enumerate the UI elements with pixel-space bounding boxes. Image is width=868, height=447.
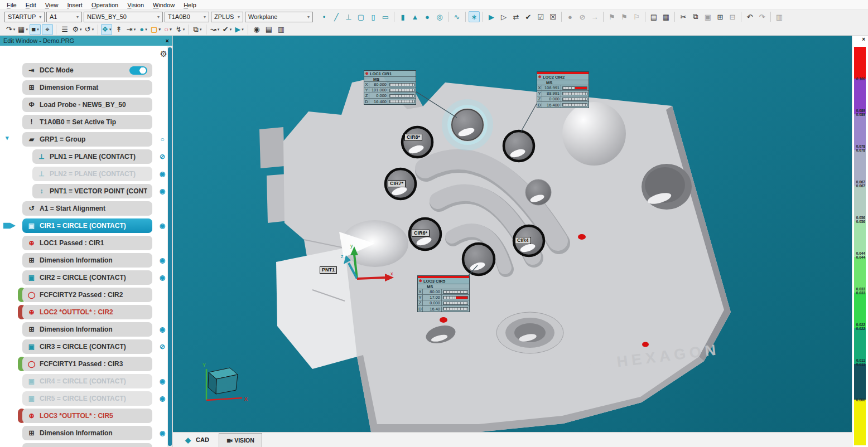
group-expander-icon[interactable] [6,134,9,142]
report-preview-icon[interactable]: ▤ [263,24,274,35]
feature-tag-cir7[interactable]: CIR7* [388,180,406,187]
pan-view-icon[interactable]: ⌖ [42,24,53,35]
probe-mode-icon[interactable]: ❖ [101,24,112,35]
optimize-path-icon[interactable]: ⚙ [71,24,83,35]
alignment-select[interactable]: A1 [46,12,82,22]
visibility-eye-icon[interactable] [158,429,167,437]
feature-tag-cir8[interactable]: CIR8* [404,134,422,141]
menu-file[interactable]: File [2,2,21,8]
square-slot-icon[interactable]: ▭ [380,11,391,22]
measured-circle-cir5[interactable] [463,244,494,275]
visibility-eye-icon[interactable] [158,170,167,178]
feature-tag-pnt1[interactable]: PNT1 [320,266,337,274]
cad-viewport[interactable]: HEXAGON [173,36,852,432]
command-item[interactable]: LOC2 *OUTTOL* : CIR2 [22,305,152,319]
measured-circle-cir8[interactable] [402,127,432,157]
stop-icon[interactable]: ● [565,11,576,22]
plane-mode-icon[interactable]: ▢ [150,24,161,35]
mark-done-icon[interactable]: ✔ [523,11,534,22]
visibility-eye-icon[interactable] [158,187,167,195]
solid-view-icon[interactable]: ■ [30,24,41,35]
command-item[interactable]: CIR1 = CIRCLE (CONTACT) [22,218,152,233]
command-item[interactable]: PLN1 = PLANE (CONTACT) [32,149,152,164]
command-item[interactable]: Load Probe - NEW5_BY_50 [22,98,152,112]
command-item[interactable]: CIR4 = CIRCLE (CONTACT) [22,374,152,388]
command-item[interactable]: PLN2 = PLANE (CONTACT) [32,167,152,181]
chart-window-icon[interactable]: ▥ [276,24,287,35]
visibility-eye-icon[interactable] [158,325,167,333]
measurement-path-icon[interactable]: ↝ [209,24,220,35]
sphere-mode-icon[interactable]: ● [138,24,149,35]
wireframe-view-icon[interactable]: ▦ [17,24,28,35]
menu-insert[interactable]: Insert [62,2,87,8]
close-icon[interactable]: × [862,36,865,42]
redo-icon[interactable]: ↷ [756,11,768,22]
point-icon[interactable]: • [319,11,330,22]
curve-icon[interactable]: ∿ [451,11,462,22]
circle-mode-icon[interactable]: ○ [162,24,173,35]
rotate-view-icon[interactable]: ↺ [84,24,95,35]
measurement-label-loc3[interactable]: ⊕LOC3 CIR5 MS X 80.00 Y 17.00 Z 0.000 [417,275,470,312]
workplane-select[interactable]: ZPLUS [211,12,243,22]
probe-select[interactable]: NEW5_BY_50 [84,12,163,22]
visibility-eye-icon[interactable] [158,256,167,264]
round-slot-icon[interactable]: ▯ [368,11,379,22]
continue-icon[interactable]: → [589,11,600,22]
command-item[interactable]: FCFCIRTY2 Passed : CIR2 [22,288,152,302]
verify-icon[interactable]: ✔ [221,24,233,35]
cut-icon[interactable]: ✂ [678,11,689,22]
measurement-label-loc2[interactable]: ⊕LOC2 CIR2 MS X 108.991 Y 88.991 Z 0.0 [537,71,589,108]
command-item[interactable]: LOC3 *OUTTOL* : CIR5 [22,409,152,423]
feature-tag-cir6[interactable]: CIR6* [412,230,430,237]
probe-cursor-icon[interactable]: ↷ [5,24,16,35]
menu-edit[interactable]: Edit [21,2,41,8]
move-to-icon[interactable]: ⇥ [126,24,137,35]
tab-cad[interactable]: ◆ CAD [180,433,215,447]
copy-window-icon[interactable]: ⧉ [192,24,203,35]
command-item[interactable]: DCC Mode [22,63,152,77]
command-item[interactable]: GRP1 = Group [22,132,152,147]
execute-from-icon[interactable]: ▷ [498,11,509,22]
measured-circle-cir2[interactable] [504,131,534,161]
command-item[interactable]: Dimension Information [22,322,152,337]
print-icon[interactable]: ▥ [774,11,785,22]
paste-pattern-icon[interactable]: ⊞ [715,11,726,22]
tab-vision[interactable]: ◼◂ VISION [219,433,262,447]
bookmark-icon[interactable]: ⚑ [606,11,618,22]
visibility-eye-icon[interactable] [158,153,167,161]
command-item[interactable]: Dimension Information [22,253,152,268]
block-icon[interactable]: ⊘ [577,11,588,22]
tip-select[interactable]: T1A0B0 [165,12,209,22]
summary-mode-icon[interactable]: ▤ [648,11,659,22]
loop-icon[interactable]: ⇄ [510,11,522,22]
visibility-eye-icon[interactable] [158,395,167,402]
menu-operation[interactable]: Operation [87,2,123,8]
probe-options-icon[interactable]: ↟ [113,24,124,35]
settings-gear-icon[interactable]: ⚙ [160,49,167,59]
panel-scrollbar[interactable] [167,46,172,447]
torus-icon[interactable]: ◎ [434,11,445,22]
comment-icon[interactable]: ☰ [59,24,70,35]
auto-feature-icon[interactable]: ∗ [469,11,480,22]
menu-window[interactable]: Window [148,2,179,8]
menu-vision[interactable]: Vision [123,2,148,8]
command-item[interactable]: CIR5 = CIRCLE (CONTACT) [22,391,152,406]
command-item[interactable]: FCFCIRTY1 Passed : CIR3 [22,357,152,371]
execute-icon[interactable]: ▶ [486,11,497,22]
vector-point-icon[interactable]: ⊥ [343,11,354,22]
reject-report-icon[interactable]: ☒ [547,11,558,22]
visibility-eye-icon[interactable] [158,222,167,230]
visibility-eye-icon[interactable] [158,135,167,143]
cylinder-icon[interactable]: ▮ [397,11,408,22]
command-item[interactable]: LOC1 Passed : CIR1 [22,236,152,250]
sphere-icon[interactable]: ● [422,11,433,22]
approve-report-icon[interactable]: ☑ [535,11,546,22]
cone-icon[interactable]: ▲ [409,11,421,22]
command-item[interactable]: PNT1 = VECTOR POINT (CONTAC [32,184,152,198]
feature-tag-cir4[interactable]: CIR4 [515,237,531,244]
command-item[interactable]: Dimension Information [22,426,152,440]
play-icon[interactable]: ▶ [234,24,245,35]
close-icon[interactable]: × [166,36,169,46]
snapshot-icon[interactable]: ◉ [251,24,262,35]
undo-icon[interactable]: ↶ [744,11,755,22]
